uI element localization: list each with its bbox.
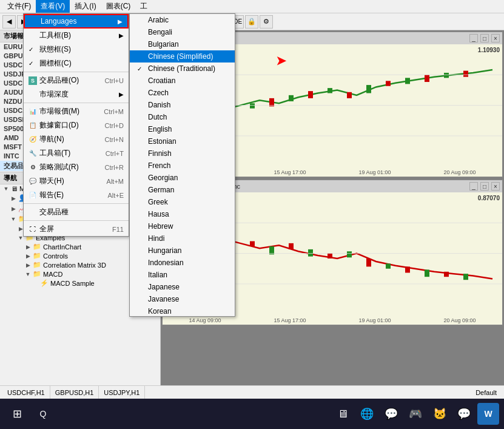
languages-menu-item[interactable]: Languages ▶ xyxy=(24,14,129,29)
taskbar-monitor-icon[interactable]: 🖥 xyxy=(332,403,354,425)
menu-tools[interactable]: 工 xyxy=(135,0,152,13)
vm-sep1 xyxy=(24,72,129,72)
lang-hungarian[interactable]: Hungarian xyxy=(130,245,235,257)
symbols-s-icon: S xyxy=(29,76,37,85)
submenu-arrow: ▶ xyxy=(119,32,124,39)
languages-arrow: ▶ xyxy=(118,18,123,25)
toolbar-lock[interactable]: 🔒 xyxy=(245,15,258,29)
lang-italian[interactable]: Italian xyxy=(130,269,235,281)
chat-item[interactable]: 💬 聯天(H) Alt+M xyxy=(24,174,129,188)
symbols-item2[interactable]: 交易品種 xyxy=(24,205,129,219)
menu-view[interactable]: 查看(V) xyxy=(36,0,70,13)
lang-japanese[interactable]: Japanese xyxy=(130,281,235,293)
search-button[interactable]: Q xyxy=(34,404,52,424)
chart2-price: 0.87070 xyxy=(478,195,500,201)
lang-french[interactable]: French xyxy=(130,160,235,172)
fullscreen-item[interactable]: ⛶ 全屏 F11 xyxy=(24,222,129,236)
taskbar-game-icon[interactable]: 🎮 xyxy=(405,403,426,425)
svg-rect-11 xyxy=(405,78,410,84)
market-depth-item[interactable]: 市場深度 ▶ xyxy=(24,87,129,101)
taskbar-chat-icon[interactable]: 💬 xyxy=(453,403,475,425)
lang-greek[interactable]: Greek xyxy=(130,196,235,208)
taskbar-skype-icon[interactable]: 💬 xyxy=(380,403,402,425)
toolbox-item[interactable]: 🔧 工具箱(T) Ctrl+T xyxy=(24,146,129,160)
lang-croatian[interactable]: Croatian xyxy=(130,75,235,87)
languages-icon xyxy=(30,17,38,25)
taskbar-browser-icon[interactable]: 🌐 xyxy=(356,403,378,425)
svg-rect-6 xyxy=(308,91,313,98)
lang-hindi[interactable]: Hindi xyxy=(130,232,235,245)
svg-rect-5 xyxy=(289,95,294,101)
lang-indonesian[interactable]: Indonesian xyxy=(130,257,235,269)
lang-hausa[interactable]: Hausa xyxy=(130,208,235,220)
menu-file[interactable]: 文件(F) xyxy=(2,0,36,13)
data-window-item[interactable]: 📋 數據窗口(D) Ctrl+D xyxy=(24,118,129,132)
strategy-tester-item[interactable]: ⚙ 策略測試(R) Ctrl+R xyxy=(24,160,129,174)
lang-georgian[interactable]: Georgian xyxy=(130,172,235,184)
lang-chinese-simplified[interactable]: Chinese (Simplified) xyxy=(130,50,235,62)
lang-danish[interactable]: Danish xyxy=(130,99,235,111)
svg-rect-10 xyxy=(386,81,391,86)
svg-rect-8 xyxy=(347,92,352,98)
toolbar-settings[interactable]: ⚙ xyxy=(260,15,273,29)
taskbar-cat-icon[interactable]: 🐱 xyxy=(429,403,451,425)
mw-icon: 📊 xyxy=(29,107,37,116)
lang-bengali[interactable]: Bengali xyxy=(130,26,235,38)
chart2-minimize[interactable]: _ xyxy=(469,182,478,191)
lang-bulgarian[interactable]: Bulgarian xyxy=(130,38,235,50)
market-watch-item[interactable]: 📊 市場報價(M) Ctrl+M xyxy=(24,104,129,118)
start-button[interactable]: ⊞ xyxy=(5,402,29,426)
chart1-close[interactable]: × xyxy=(491,34,500,42)
lang-estonian[interactable]: Estonian xyxy=(130,135,235,147)
chart1-restore[interactable]: □ xyxy=(480,34,489,42)
lang-javanese[interactable]: Javanese xyxy=(130,293,235,305)
macd-icon: 📁 xyxy=(33,270,41,278)
menu-chart[interactable]: 圖表(C) xyxy=(101,0,136,13)
macd-sample-icon: ⚡ xyxy=(40,279,49,287)
statusbar-menu-item[interactable]: ✓ 狀態框(S) xyxy=(24,42,129,56)
toolbar-menu-item[interactable]: 工具框(B) ▶ xyxy=(24,29,129,42)
chart2-restore[interactable]: □ xyxy=(480,182,489,191)
lang-czech[interactable]: Czech xyxy=(130,87,235,99)
controls-icon: 📁 xyxy=(33,252,41,260)
status-tab-gbpusd[interactable]: GBPUSD,H1 xyxy=(50,386,99,399)
lang-korean[interactable]: Korean xyxy=(130,305,235,317)
red-arrow-indicator: ➤ xyxy=(276,53,286,68)
lang-hebrew[interactable]: Hebrew xyxy=(130,220,235,232)
status-tab-usdchf[interactable]: USDCHF,H1 xyxy=(2,386,50,399)
report-item[interactable]: 📄 報告(E) Alt+E xyxy=(24,188,129,202)
fs-icon: ⛶ xyxy=(29,225,37,234)
lang-dutch[interactable]: Dutch xyxy=(130,111,235,123)
symbols-menu-item[interactable]: S 交易品種(O) Ctrl+U xyxy=(24,73,129,87)
status-tab-usdjpy[interactable]: USDJPY,H1 xyxy=(99,386,145,399)
correlation-icon: 📁 xyxy=(33,261,41,269)
lang-german[interactable]: German xyxy=(130,184,235,196)
tb-icon: 🔧 xyxy=(29,149,37,158)
lang-finnish[interactable]: Finnish xyxy=(130,147,235,160)
svg-rect-30 xyxy=(425,269,429,277)
svg-rect-32 xyxy=(463,274,468,280)
navigator-item[interactable]: 🧭 導航(N) Ctrl+N xyxy=(24,132,129,146)
vm-sep4 xyxy=(24,220,129,221)
menu-insert[interactable]: 插入(I) xyxy=(70,0,101,13)
vm-sep2 xyxy=(24,103,129,103)
toolbar-back[interactable]: ◀ xyxy=(2,15,16,29)
iconbar-menu-item[interactable]: ✓ 圖標框(C) xyxy=(24,56,129,70)
menu-bar: 文件(F) 查看(V) 插入(I) 圖表(C) 工 xyxy=(0,0,504,13)
svg-rect-29 xyxy=(405,266,410,272)
chart1-minimize[interactable]: _ xyxy=(469,34,478,42)
svg-rect-24 xyxy=(308,249,313,257)
chat-icon: 💬 xyxy=(29,177,37,186)
svg-rect-9 xyxy=(366,85,371,93)
lang-english[interactable]: English xyxy=(130,123,235,135)
svg-rect-7 xyxy=(328,88,332,93)
app-window: 文件(F) 查看(V) 插入(I) 圖表(C) 工 ◀ ▶ + + − H1 H… xyxy=(0,0,504,429)
svg-rect-21 xyxy=(250,241,255,246)
svg-rect-26 xyxy=(347,251,352,257)
lang-arabic[interactable]: Arabic xyxy=(130,14,235,26)
taskbar: ⊞ Q 🖥 🌐 💬 🎮 🐱 💬 W xyxy=(0,399,504,429)
chart2-close[interactable]: × xyxy=(491,182,500,191)
svg-rect-12 xyxy=(425,75,429,82)
taskbar-word-icon[interactable]: W xyxy=(477,403,499,425)
lang-chinese-traditional[interactable]: ✓ Chinese (Traditional) xyxy=(130,62,235,75)
